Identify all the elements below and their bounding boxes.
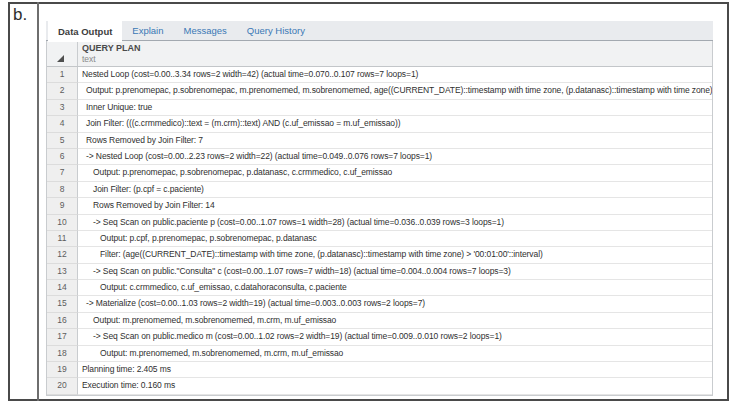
tab-messages[interactable]: Messages	[174, 21, 237, 40]
column-type: text	[82, 54, 712, 64]
query-plan-row[interactable]: 7 Output: p.prenomepac, p.sobrenomepac, …	[47, 165, 712, 181]
tab-data-output[interactable]: Data Output	[48, 21, 122, 42]
query-plan-row[interactable]: 14 Output: c.crmmedico, c.uf_emissao, c.…	[47, 280, 712, 296]
row-text-cell[interactable]: Execution time: 0.160 ms	[78, 378, 712, 394]
row-text-cell[interactable]: -> Seq Scan on public.medico m (cost=0.0…	[78, 329, 712, 345]
grid-header-row: QUERY PLAN text	[47, 41, 712, 67]
grid-rows: 1 Nested Loop (cost=0.00..3.34 rows=2 wi…	[47, 67, 712, 395]
row-number-cell: 16	[47, 313, 78, 329]
query-plan-column-header[interactable]: QUERY PLAN text	[78, 41, 712, 66]
row-number-cell: 7	[47, 165, 78, 181]
query-plan-grid: QUERY PLAN text 1 Nested Loop (cost=0.00…	[46, 41, 713, 396]
row-text-cell[interactable]: Inner Unique: true	[78, 100, 712, 116]
query-plan-row[interactable]: 8 Join Filter: (p.cpf = c.paciente)	[47, 182, 712, 198]
tab-explain[interactable]: Explain	[122, 21, 173, 40]
results-tab-bar: Data Output Explain Messages Query Histo…	[46, 21, 713, 41]
query-plan-row[interactable]: 19 Planning time: 2.405 ms	[47, 362, 712, 378]
row-text-cell[interactable]: -> Nested Loop (cost=0.00..2.23 rows=2 w…	[78, 149, 712, 165]
row-text-cell[interactable]: Filter: (age((CURRENT_DATE)::timestamp w…	[78, 247, 712, 263]
row-number-cell: 20	[47, 378, 78, 394]
query-plan-row[interactable]: 18 Output: m.prenomemed, m.sobrenomemed,…	[47, 346, 712, 362]
sort-corner-icon	[57, 55, 64, 62]
row-text-cell[interactable]: Nested Loop (cost=0.00..3.34 rows=2 widt…	[78, 67, 712, 83]
row-text-cell[interactable]: Output: p.prenomepac, p.sobrenomepac, p.…	[78, 165, 712, 181]
row-text-cell[interactable]: Output: p.prenomepac, p.sobrenomepac, m.…	[78, 83, 712, 99]
row-number-cell: 3	[47, 100, 78, 116]
query-plan-row[interactable]: 1 Nested Loop (cost=0.00..3.34 rows=2 wi…	[47, 67, 712, 83]
vertical-divider	[37, 2, 39, 401]
row-text-cell[interactable]: Output: m.prenomemed, m.sobrenomemed, m.…	[78, 346, 712, 362]
row-number-cell: 4	[47, 116, 78, 132]
query-plan-row[interactable]: 5 Rows Removed by Join Filter: 7	[47, 133, 712, 149]
row-number-cell: 10	[47, 215, 78, 231]
row-text-cell[interactable]: Rows Removed by Join Filter: 14	[78, 198, 712, 214]
query-plan-row[interactable]: 15 -> Materialize (cost=0.00..1.03 rows=…	[47, 296, 712, 312]
row-text-cell[interactable]: Planning time: 2.405 ms	[78, 362, 712, 378]
figure-label: b.	[13, 5, 27, 25]
query-plan-row[interactable]: 2 Output: p.prenomepac, p.sobrenomepac, …	[47, 83, 712, 99]
query-plan-row[interactable]: 20 Execution time: 0.160 ms	[47, 378, 712, 394]
row-number-cell: 8	[47, 182, 78, 198]
row-text-cell[interactable]: Join Filter: (((c.crmmedico)::text = (m.…	[78, 116, 712, 132]
pgadmin-results-panel: Data Output Explain Messages Query Histo…	[46, 21, 713, 396]
row-text-cell[interactable]: Join Filter: (p.cpf = c.paciente)	[78, 182, 712, 198]
row-text-cell[interactable]: -> Materialize (cost=0.00..1.03 rows=2 w…	[78, 296, 712, 312]
row-number-cell: 9	[47, 198, 78, 214]
row-number-cell: 18	[47, 346, 78, 362]
query-plan-row[interactable]: 9 Rows Removed by Join Filter: 14	[47, 198, 712, 214]
row-number-cell: 17	[47, 329, 78, 345]
query-plan-row[interactable]: 6 -> Nested Loop (cost=0.00..2.23 rows=2…	[47, 149, 712, 165]
query-plan-row[interactable]: 11 Output: p.cpf, p.prenomepac, p.sobren…	[47, 231, 712, 247]
column-title: QUERY PLAN	[82, 43, 712, 54]
row-number-cell: 2	[47, 83, 78, 99]
row-number-cell: 13	[47, 264, 78, 280]
row-text-cell[interactable]: -> Seq Scan on public.paciente p (cost=0…	[78, 215, 712, 231]
row-number-cell: 6	[47, 149, 78, 165]
row-number-cell: 19	[47, 362, 78, 378]
select-all-corner[interactable]	[47, 41, 78, 66]
row-number-cell: 5	[47, 133, 78, 149]
row-number-cell: 15	[47, 296, 78, 312]
row-number-cell: 1	[47, 67, 78, 83]
query-plan-row[interactable]: 3 Inner Unique: true	[47, 100, 712, 116]
query-plan-row[interactable]: 12 Filter: (age((CURRENT_DATE)::timestam…	[47, 247, 712, 263]
row-text-cell[interactable]: -> Seq Scan on public."Consulta" c (cost…	[78, 264, 712, 280]
tab-query-history[interactable]: Query History	[237, 21, 315, 40]
row-number-cell: 12	[47, 247, 78, 263]
query-plan-row[interactable]: 17 -> Seq Scan on public.medico m (cost=…	[47, 329, 712, 345]
query-plan-row[interactable]: 4 Join Filter: (((c.crmmedico)::text = (…	[47, 116, 712, 132]
row-text-cell[interactable]: Output: m.prenomemed, m.sobrenomemed, m.…	[78, 313, 712, 329]
query-plan-row[interactable]: 16 Output: m.prenomemed, m.sobrenomemed,…	[47, 313, 712, 329]
query-plan-row[interactable]: 13 -> Seq Scan on public."Consulta" c (c…	[47, 264, 712, 280]
query-plan-row[interactable]: 10 -> Seq Scan on public.paciente p (cos…	[47, 215, 712, 231]
row-number-cell: 11	[47, 231, 78, 247]
row-text-cell[interactable]: Rows Removed by Join Filter: 7	[78, 133, 712, 149]
row-number-cell: 14	[47, 280, 78, 296]
row-text-cell[interactable]: Output: c.crmmedico, c.uf_emissao, c.dat…	[78, 280, 712, 296]
row-text-cell[interactable]: Output: p.cpf, p.prenomepac, p.sobrenome…	[78, 231, 712, 247]
